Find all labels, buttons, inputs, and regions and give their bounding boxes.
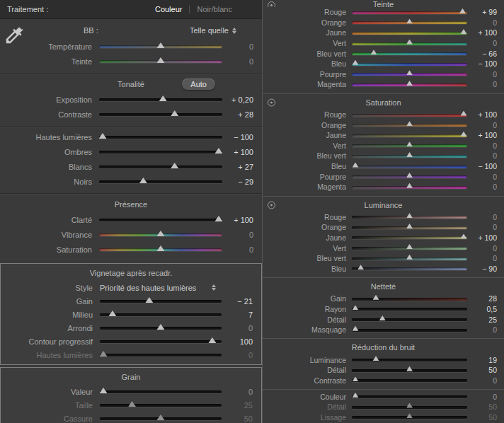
- slider-thumb[interactable]: [406, 413, 413, 418]
- panel-tsl-luminance: LuminanceRouge0Orange0Jaune+ 100Vert0Ble…: [263, 196, 504, 278]
- slider-thumb[interactable]: [406, 366, 413, 371]
- orange-slider[interactable]: [352, 18, 467, 27]
- slider-thumb[interactable]: [406, 81, 413, 86]
- slider-thumb[interactable]: [406, 224, 413, 228]
- slider-thumb[interactable]: [406, 141, 413, 146]
- slider-thumb[interactable]: [406, 121, 413, 126]
- lissage-slider[interactable]: [352, 412, 467, 422]
- rouge-slider[interactable]: [352, 110, 467, 120]
- vert-slider[interactable]: [352, 243, 467, 253]
- cassure-slider[interactable]: [100, 413, 222, 423]
- slider-thumb[interactable]: [159, 95, 167, 101]
- slider-thumb[interactable]: [373, 295, 379, 300]
- slider-thumb[interactable]: [171, 163, 178, 168]
- slider-thumb[interactable]: [406, 255, 413, 260]
- jaune-slider[interactable]: [352, 28, 467, 37]
- eyedropper-icon[interactable]: [4, 25, 25, 46]
- gain-slider[interactable]: [100, 296, 222, 306]
- treatment-option-noir-blanc[interactable]: Noir/blanc: [189, 5, 239, 13]
- slider-thumb[interactable]: [406, 173, 413, 178]
- orange-slider[interactable]: [352, 223, 467, 232]
- ombres-slider[interactable]: [99, 146, 222, 157]
- luminance-slider[interactable]: [352, 355, 467, 364]
- bleu-vert-slider[interactable]: [352, 254, 467, 263]
- target-adjust-icon[interactable]: [268, 201, 275, 209]
- hautes-lumieres-slider[interactable]: [99, 132, 222, 142]
- slider-thumb[interactable]: [208, 337, 216, 343]
- bleu-slider[interactable]: [352, 162, 467, 171]
- slider-thumb[interactable]: [157, 42, 165, 48]
- slider-thumb[interactable]: [157, 57, 165, 63]
- slider-thumb[interactable]: [128, 401, 136, 407]
- slider-thumb[interactable]: [171, 110, 178, 116]
- vibrance-slider[interactable]: [99, 229, 222, 240]
- vert-slider[interactable]: [352, 39, 467, 48]
- slider-thumb[interactable]: [371, 50, 377, 54]
- valeur-slider[interactable]: [100, 386, 222, 397]
- slider-thumb[interactable]: [406, 40, 413, 45]
- slider-thumb[interactable]: [157, 231, 165, 236]
- slider-thumb[interactable]: [379, 315, 386, 320]
- vert-slider[interactable]: [352, 141, 467, 150]
- detail-slider[interactable]: [352, 315, 467, 324]
- wb-preset-dropdown[interactable]: Telle quelle: [190, 26, 236, 35]
- exposition-slider[interactable]: [99, 94, 222, 105]
- bleu-vert-slider[interactable]: [352, 151, 467, 161]
- slider-thumb[interactable]: [373, 356, 379, 361]
- slider-thumb[interactable]: [406, 403, 413, 408]
- bleu-slider[interactable]: [352, 264, 467, 273]
- hautes-lumieres-slider[interactable]: [100, 349, 222, 360]
- bleu-slider[interactable]: [352, 59, 467, 69]
- target-adjust-icon[interactable]: [268, 1, 275, 7]
- style-dropdown[interactable]: Priorité des hautes lumières: [100, 284, 222, 292]
- slider-thumb[interactable]: [357, 265, 364, 270]
- slider-thumb[interactable]: [145, 297, 153, 303]
- slider-thumb[interactable]: [157, 415, 165, 420]
- rouge-slider[interactable]: [352, 8, 467, 17]
- orange-slider[interactable]: [352, 120, 467, 129]
- clarte-slider[interactable]: [99, 214, 222, 225]
- teinte-slider[interactable]: [99, 56, 222, 66]
- slider-thumb[interactable]: [139, 178, 147, 183]
- jaune-slider[interactable]: [352, 233, 467, 242]
- temperature-slider[interactable]: [99, 41, 222, 52]
- magenta-slider[interactable]: [352, 80, 467, 89]
- slider-thumb[interactable]: [406, 18, 413, 23]
- slider-thumb[interactable]: [406, 183, 413, 188]
- taille-slider[interactable]: [100, 400, 222, 410]
- slider-thumb[interactable]: [406, 70, 413, 75]
- slider-thumb[interactable]: [157, 324, 165, 330]
- slider-thumb[interactable]: [406, 213, 413, 218]
- contour-progressif-slider[interactable]: [100, 336, 222, 347]
- slider-thumb[interactable]: [406, 152, 413, 157]
- slider-row: Pourpre0: [263, 171, 504, 182]
- jaune-slider[interactable]: [352, 131, 467, 140]
- arrondi-slider[interactable]: [100, 323, 222, 333]
- slider-row: Orange0: [263, 222, 504, 233]
- magenta-slider[interactable]: [352, 182, 467, 192]
- saturation-slider[interactable]: [99, 244, 222, 255]
- slider-thumb[interactable]: [406, 244, 413, 249]
- slider-label: Teinte: [0, 57, 99, 66]
- contraste-slider[interactable]: [99, 109, 222, 120]
- noirs-slider[interactable]: [99, 176, 222, 187]
- pourpre-slider[interactable]: [352, 172, 467, 181]
- target-adjust-icon[interactable]: [268, 98, 275, 106]
- contraste-slider[interactable]: [352, 376, 467, 385]
- rouge-slider[interactable]: [352, 212, 467, 221]
- rayon-slider[interactable]: [352, 304, 467, 313]
- gain-slider[interactable]: [352, 294, 467, 303]
- bleu-vert-slider[interactable]: [352, 49, 467, 58]
- blancs-slider[interactable]: [99, 161, 222, 172]
- slider-thumb[interactable]: [108, 311, 116, 316]
- slider-label: Hautes lumières: [1, 351, 100, 359]
- pourpre-slider[interactable]: [352, 69, 467, 79]
- couleur-slider[interactable]: [352, 392, 467, 401]
- auto-button[interactable]: Auto: [182, 79, 215, 90]
- detail-slider[interactable]: [352, 402, 467, 412]
- milieu-slider[interactable]: [100, 309, 222, 320]
- masquage-slider[interactable]: [352, 325, 467, 335]
- treatment-option-couleur[interactable]: Couleur: [148, 5, 190, 13]
- slider-thumb[interactable]: [157, 245, 165, 251]
- detail-slider[interactable]: [352, 366, 467, 375]
